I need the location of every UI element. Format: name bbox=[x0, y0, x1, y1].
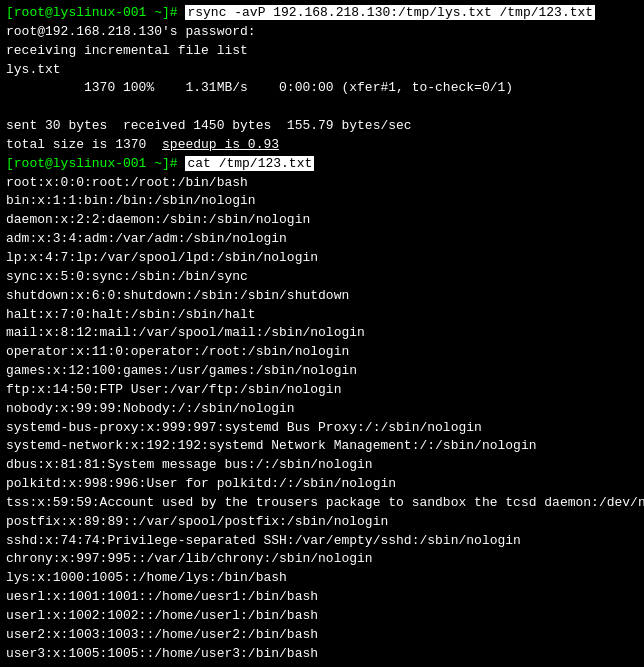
terminal-line: total size is 1370 speedup is 0.93 bbox=[6, 136, 638, 155]
prompt: [root@lyslinux-001 ~]# bbox=[6, 5, 185, 20]
terminal-line: shutdown:x:6:0:shutdown:/sbin:/sbin/shut… bbox=[6, 287, 638, 306]
terminal-line: [root@lyslinux-001 ~]# rsync -avP 192.16… bbox=[6, 4, 638, 23]
underlined-text: speedup is 0.93 bbox=[162, 137, 279, 152]
terminal-line: dbus:x:81:81:System message bus:/:/sbin/… bbox=[6, 456, 638, 475]
terminal-line: root:x:0:0:root:/root:/bin/bash bbox=[6, 174, 638, 193]
terminal-line: lys.txt bbox=[6, 61, 638, 80]
terminal-line: user2:x:1003:1003::/home/user2:/bin/bash bbox=[6, 626, 638, 645]
terminal-line: systemd-bus-proxy:x:999:997:systemd Bus … bbox=[6, 419, 638, 438]
prompt: [root@lyslinux-001 ~]# bbox=[6, 156, 185, 171]
terminal-line: ftp:x:14:50:FTP User:/var/ftp:/sbin/nolo… bbox=[6, 381, 638, 400]
command: cat /tmp/123.txt bbox=[185, 156, 314, 171]
terminal-line: uesrl:x:1001:1001::/home/uesr1:/bin/bash bbox=[6, 588, 638, 607]
terminal-line: mail:x:8:12:mail:/var/spool/mail:/sbin/n… bbox=[6, 324, 638, 343]
command: rsync -avP 192.168.218.130:/tmp/lys.txt … bbox=[185, 5, 595, 20]
terminal-line: chrony:x:997:995::/var/lib/chrony:/sbin/… bbox=[6, 550, 638, 569]
terminal-line: systemd-network:x:192:192:systemd Networ… bbox=[6, 437, 638, 456]
terminal-line: lp:x:4:7:lp:/var/spool/lpd:/sbin/nologin bbox=[6, 249, 638, 268]
terminal-line: postfix:x:89:89::/var/spool/postfix:/sbi… bbox=[6, 513, 638, 532]
terminal-line: polkitd:x:998:996:User for polkitd:/:/sb… bbox=[6, 475, 638, 494]
terminal-line: [root@lyslinux-001 ~]# cat /tmp/123.txt bbox=[6, 155, 638, 174]
terminal-line: halt:x:7:0:halt:/sbin:/sbin/halt bbox=[6, 306, 638, 325]
terminal-line: user4:x:1006:1005::/home/liylll:/sbin/no… bbox=[6, 664, 638, 667]
terminal-line: bin:x:1:1:bin:/bin:/sbin/nologin bbox=[6, 192, 638, 211]
terminal-line: tss:x:59:59:Account used by the trousers… bbox=[6, 494, 638, 513]
terminal-line: sync:x:5:0:sync:/sbin:/bin/sync bbox=[6, 268, 638, 287]
terminal-line: 1370 100% 1.31MB/s 0:00:00 (xfer#1, to-c… bbox=[6, 79, 638, 98]
terminal-window: [root@lyslinux-001 ~]# rsync -avP 192.16… bbox=[0, 0, 644, 667]
terminal-line: user3:x:1005:1005::/home/user3:/bin/bash bbox=[6, 645, 638, 664]
terminal-line: sent 30 bytes received 1450 bytes 155.79… bbox=[6, 117, 638, 136]
terminal-line: root@192.168.218.130's password: bbox=[6, 23, 638, 42]
terminal-line: receiving incremental file list bbox=[6, 42, 638, 61]
terminal-line: userl:x:1002:1002::/home/userl:/bin/bash bbox=[6, 607, 638, 626]
terminal-line: operator:x:11:0:operator:/root:/sbin/nol… bbox=[6, 343, 638, 362]
terminal-line: nobody:x:99:99:Nobody:/:/sbin/nologin bbox=[6, 400, 638, 419]
terminal-line: adm:x:3:4:adm:/var/adm:/sbin/nologin bbox=[6, 230, 638, 249]
terminal-line: lys:x:1000:1005::/home/lys:/bin/bash bbox=[6, 569, 638, 588]
terminal-line: games:x:12:100:games:/usr/games:/sbin/no… bbox=[6, 362, 638, 381]
terminal-line: sshd:x:74:74:Privilege-separated SSH:/va… bbox=[6, 532, 638, 551]
terminal-line bbox=[6, 98, 638, 117]
terminal-line: daemon:x:2:2:daemon:/sbin:/sbin/nologin bbox=[6, 211, 638, 230]
